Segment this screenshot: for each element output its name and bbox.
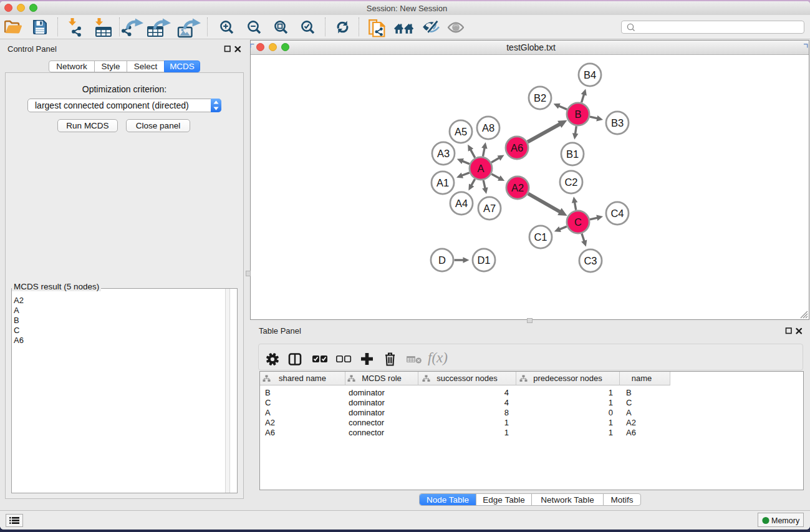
svg-text:A8: A8 bbox=[482, 122, 494, 133]
svg-text:B: B bbox=[574, 109, 581, 120]
svg-text:A5: A5 bbox=[455, 126, 467, 137]
svg-text:B2: B2 bbox=[534, 92, 546, 104]
svg-text:D: D bbox=[438, 254, 446, 266]
svg-text:D1: D1 bbox=[477, 254, 490, 266]
svg-text:C1: C1 bbox=[534, 231, 547, 243]
svg-text:C3: C3 bbox=[584, 255, 597, 266]
svg-text:A1: A1 bbox=[436, 177, 449, 188]
svg-text:Memory: Memory bbox=[771, 516, 800, 525]
svg-text:A2: A2 bbox=[511, 182, 524, 193]
svg-text:B3: B3 bbox=[611, 117, 624, 128]
svg-text:C: C bbox=[574, 216, 582, 228]
svg-text:C4: C4 bbox=[610, 208, 624, 219]
svg-text:B1: B1 bbox=[566, 148, 579, 160]
svg-text:A3: A3 bbox=[437, 148, 450, 159]
svg-text:C2: C2 bbox=[564, 177, 577, 188]
svg-text:B4: B4 bbox=[584, 69, 596, 80]
svg-text:A: A bbox=[477, 163, 484, 174]
svg-text:A4: A4 bbox=[455, 198, 468, 209]
svg-text:A6: A6 bbox=[511, 142, 523, 153]
svg-text:A7: A7 bbox=[483, 203, 496, 214]
